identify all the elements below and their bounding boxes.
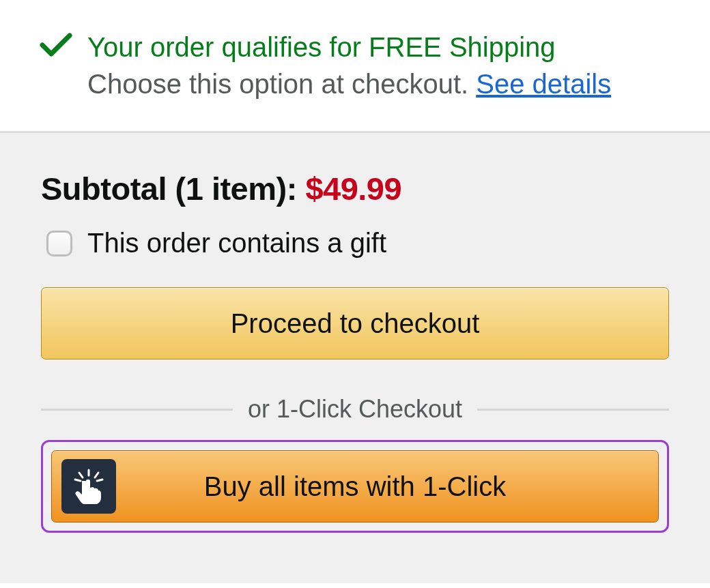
gift-label: This order contains a gift xyxy=(87,228,386,259)
see-details-link[interactable]: See details xyxy=(476,69,611,99)
divider-label: or 1-Click Checkout xyxy=(248,395,462,424)
svg-line-2 xyxy=(95,473,98,477)
shipping-subtext: Choose this option at checkout. xyxy=(87,69,476,99)
checkout-button-label: Proceed to checkout xyxy=(231,308,480,339)
subtotal-amount: $49.99 xyxy=(305,171,401,207)
one-click-divider: or 1-Click Checkout xyxy=(41,395,669,424)
divider-line-left xyxy=(41,409,233,411)
checkmark-icon xyxy=(40,29,72,61)
subtotal-line: Subtotal (1 item): $49.99 xyxy=(41,170,669,207)
gift-option-row[interactable]: This order contains a gift xyxy=(46,228,669,259)
cart-summary-panel: Subtotal (1 item): $49.99 This order con… xyxy=(0,133,710,583)
gift-checkbox[interactable] xyxy=(46,231,72,256)
one-click-button-label: Buy all items with 1-Click xyxy=(204,471,506,502)
buy-with-one-click-button[interactable]: Buy all items with 1-Click xyxy=(51,450,659,523)
subtotal-label: Subtotal (1 item): xyxy=(41,171,305,207)
one-click-icon xyxy=(61,459,116,514)
svg-line-1 xyxy=(79,473,83,477)
proceed-to-checkout-button[interactable]: Proceed to checkout xyxy=(41,287,669,359)
free-shipping-banner: Your order qualifies for FREE Shipping C… xyxy=(0,0,710,133)
one-click-highlight: Buy all items with 1-Click xyxy=(41,440,669,533)
svg-line-3 xyxy=(75,480,81,481)
shipping-title: Your order qualifies for FREE Shipping xyxy=(87,29,611,65)
svg-line-4 xyxy=(97,480,102,481)
divider-line-right xyxy=(477,409,669,411)
